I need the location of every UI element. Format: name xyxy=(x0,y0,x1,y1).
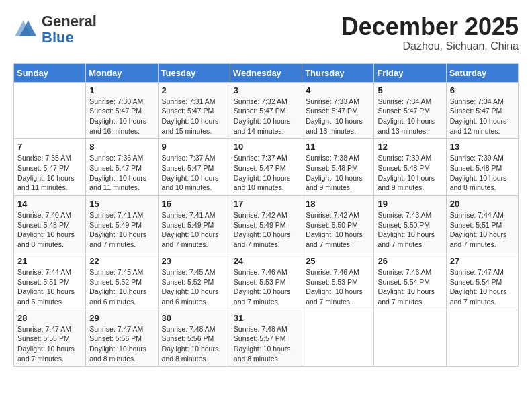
calendar-cell xyxy=(374,310,446,367)
calendar-cell: 8Sunrise: 7:36 AMSunset: 5:47 PMDaylight… xyxy=(86,139,158,196)
calendar-cell: 22Sunrise: 7:45 AMSunset: 5:52 PMDayligh… xyxy=(86,253,158,310)
calendar-week-row: 1Sunrise: 7:30 AMSunset: 5:47 PMDaylight… xyxy=(14,82,519,139)
calendar-cell: 19Sunrise: 7:43 AMSunset: 5:50 PMDayligh… xyxy=(374,196,446,253)
logo-blue-text: Blue xyxy=(42,29,74,46)
weekday-header: Sunday xyxy=(14,63,86,82)
calendar-cell: 17Sunrise: 7:42 AMSunset: 5:49 PMDayligh… xyxy=(230,196,302,253)
day-info: Sunrise: 7:42 AMSunset: 5:50 PMDaylight:… xyxy=(306,210,370,250)
day-number: 19 xyxy=(378,199,442,209)
title-block: December 2025 Dazhou, Sichuan, China xyxy=(341,13,519,52)
day-info: Sunrise: 7:46 AMSunset: 5:54 PMDaylight:… xyxy=(378,267,442,307)
calendar-cell: 2Sunrise: 7:31 AMSunset: 5:47 PMDaylight… xyxy=(158,82,230,139)
day-info: Sunrise: 7:36 AMSunset: 5:47 PMDaylight:… xyxy=(89,153,154,193)
weekday-header: Tuesday xyxy=(158,63,230,82)
calendar-cell: 14Sunrise: 7:40 AMSunset: 5:48 PMDayligh… xyxy=(14,196,86,253)
day-info: Sunrise: 7:39 AMSunset: 5:48 PMDaylight:… xyxy=(378,153,442,193)
day-number: 3 xyxy=(234,85,298,95)
day-info: Sunrise: 7:48 AMSunset: 5:57 PMDaylight:… xyxy=(234,324,298,364)
day-number: 31 xyxy=(234,313,298,323)
calendar-cell: 13Sunrise: 7:39 AMSunset: 5:48 PMDayligh… xyxy=(446,139,518,196)
logo-icon xyxy=(15,18,39,38)
day-number: 28 xyxy=(17,313,82,323)
calendar-cell: 31Sunrise: 7:48 AMSunset: 5:57 PMDayligh… xyxy=(230,310,302,367)
weekday-header-row: SundayMondayTuesdayWednesdayThursdayFrid… xyxy=(14,63,519,82)
day-info: Sunrise: 7:30 AMSunset: 5:47 PMDaylight:… xyxy=(89,97,154,136)
calendar-cell: 5Sunrise: 7:34 AMSunset: 5:47 PMDaylight… xyxy=(374,82,446,139)
day-number: 12 xyxy=(378,142,442,152)
day-info: Sunrise: 7:45 AMSunset: 5:52 PMDaylight:… xyxy=(89,267,154,307)
day-info: Sunrise: 7:43 AMSunset: 5:50 PMDaylight:… xyxy=(378,210,442,250)
day-info: Sunrise: 7:31 AMSunset: 5:47 PMDaylight:… xyxy=(162,97,226,136)
calendar-cell: 10Sunrise: 7:37 AMSunset: 5:47 PMDayligh… xyxy=(230,139,302,196)
day-info: Sunrise: 7:45 AMSunset: 5:52 PMDaylight:… xyxy=(162,267,226,307)
day-info: Sunrise: 7:41 AMSunset: 5:49 PMDaylight:… xyxy=(89,210,154,250)
day-info: Sunrise: 7:34 AMSunset: 5:47 PMDaylight:… xyxy=(378,97,442,136)
calendar-cell: 9Sunrise: 7:37 AMSunset: 5:47 PMDaylight… xyxy=(158,139,230,196)
day-info: Sunrise: 7:38 AMSunset: 5:48 PMDaylight:… xyxy=(306,153,370,193)
calendar-cell: 26Sunrise: 7:46 AMSunset: 5:54 PMDayligh… xyxy=(374,253,446,310)
calendar-cell: 25Sunrise: 7:46 AMSunset: 5:53 PMDayligh… xyxy=(302,253,374,310)
logo-general-text: General xyxy=(42,13,97,30)
day-number: 14 xyxy=(17,199,82,209)
day-number: 5 xyxy=(378,85,442,95)
calendar-table: SundayMondayTuesdayWednesdayThursdayFrid… xyxy=(13,63,519,367)
day-info: Sunrise: 7:40 AMSunset: 5:48 PMDaylight:… xyxy=(17,210,82,250)
logo: General Blue xyxy=(13,13,97,46)
day-info: Sunrise: 7:41 AMSunset: 5:49 PMDaylight:… xyxy=(162,210,226,250)
day-number: 27 xyxy=(450,256,515,266)
calendar-week-row: 7Sunrise: 7:35 AMSunset: 5:47 PMDaylight… xyxy=(14,139,519,196)
day-info: Sunrise: 7:48 AMSunset: 5:56 PMDaylight:… xyxy=(162,324,226,364)
day-number: 16 xyxy=(162,199,226,209)
calendar-cell: 12Sunrise: 7:39 AMSunset: 5:48 PMDayligh… xyxy=(374,139,446,196)
month-title: December 2025 xyxy=(341,13,519,40)
calendar-cell: 3Sunrise: 7:32 AMSunset: 5:47 PMDaylight… xyxy=(230,82,302,139)
calendar-cell: 1Sunrise: 7:30 AMSunset: 5:47 PMDaylight… xyxy=(86,82,158,139)
day-info: Sunrise: 7:47 AMSunset: 5:54 PMDaylight:… xyxy=(450,267,515,307)
weekday-header: Monday xyxy=(86,63,158,82)
day-number: 18 xyxy=(306,199,370,209)
day-number: 23 xyxy=(162,256,226,266)
day-info: Sunrise: 7:42 AMSunset: 5:49 PMDaylight:… xyxy=(234,210,298,250)
day-info: Sunrise: 7:44 AMSunset: 5:51 PMDaylight:… xyxy=(450,210,515,250)
calendar-cell: 29Sunrise: 7:47 AMSunset: 5:56 PMDayligh… xyxy=(86,310,158,367)
day-number: 8 xyxy=(89,142,154,152)
day-info: Sunrise: 7:35 AMSunset: 5:47 PMDaylight:… xyxy=(17,153,82,193)
weekday-header: Thursday xyxy=(302,63,374,82)
day-number: 7 xyxy=(17,142,82,152)
calendar-cell: 28Sunrise: 7:47 AMSunset: 5:55 PMDayligh… xyxy=(14,310,86,367)
day-number: 25 xyxy=(306,256,370,266)
page-header: General Blue December 2025 Dazhou, Sichu… xyxy=(13,13,519,52)
day-info: Sunrise: 7:33 AMSunset: 5:47 PMDaylight:… xyxy=(306,97,370,136)
calendar-cell: 20Sunrise: 7:44 AMSunset: 5:51 PMDayligh… xyxy=(446,196,518,253)
day-info: Sunrise: 7:44 AMSunset: 5:51 PMDaylight:… xyxy=(17,267,82,307)
day-number: 17 xyxy=(234,199,298,209)
day-number: 15 xyxy=(89,199,154,209)
day-info: Sunrise: 7:46 AMSunset: 5:53 PMDaylight:… xyxy=(306,267,370,307)
day-info: Sunrise: 7:37 AMSunset: 5:47 PMDaylight:… xyxy=(162,153,226,193)
day-info: Sunrise: 7:47 AMSunset: 5:56 PMDaylight:… xyxy=(89,324,154,364)
day-number: 4 xyxy=(306,85,370,95)
weekday-header: Saturday xyxy=(446,63,518,82)
day-number: 11 xyxy=(306,142,370,152)
day-number: 22 xyxy=(89,256,154,266)
calendar-cell: 18Sunrise: 7:42 AMSunset: 5:50 PMDayligh… xyxy=(302,196,374,253)
calendar-cell: 23Sunrise: 7:45 AMSunset: 5:52 PMDayligh… xyxy=(158,253,230,310)
calendar-cell: 6Sunrise: 7:34 AMSunset: 5:47 PMDaylight… xyxy=(446,82,518,139)
day-number: 26 xyxy=(378,256,442,266)
calendar-week-row: 14Sunrise: 7:40 AMSunset: 5:48 PMDayligh… xyxy=(14,196,519,253)
weekday-header: Friday xyxy=(374,63,446,82)
calendar-cell: 16Sunrise: 7:41 AMSunset: 5:49 PMDayligh… xyxy=(158,196,230,253)
weekday-header: Wednesday xyxy=(230,63,302,82)
day-number: 9 xyxy=(162,142,226,152)
calendar-cell: 4Sunrise: 7:33 AMSunset: 5:47 PMDaylight… xyxy=(302,82,374,139)
day-number: 29 xyxy=(89,313,154,323)
day-number: 13 xyxy=(450,142,515,152)
day-info: Sunrise: 7:39 AMSunset: 5:48 PMDaylight:… xyxy=(450,153,515,193)
calendar-cell: 30Sunrise: 7:48 AMSunset: 5:56 PMDayligh… xyxy=(158,310,230,367)
calendar-cell: 11Sunrise: 7:38 AMSunset: 5:48 PMDayligh… xyxy=(302,139,374,196)
calendar-cell: 21Sunrise: 7:44 AMSunset: 5:51 PMDayligh… xyxy=(14,253,86,310)
day-info: Sunrise: 7:46 AMSunset: 5:53 PMDaylight:… xyxy=(234,267,298,307)
day-info: Sunrise: 7:37 AMSunset: 5:47 PMDaylight:… xyxy=(234,153,298,193)
calendar-cell: 24Sunrise: 7:46 AMSunset: 5:53 PMDayligh… xyxy=(230,253,302,310)
day-number: 20 xyxy=(450,199,515,209)
